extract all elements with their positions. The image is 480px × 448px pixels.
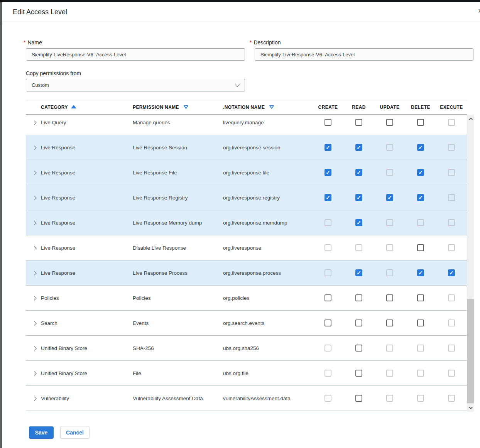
table-row[interactable]: Unified Binary Store SHA-256 ubs.org.sha… — [26, 336, 467, 361]
page-top-edge — [0, 0, 480, 2]
row-expand-icon[interactable] — [32, 371, 36, 375]
checkbox-create[interactable]: ✓ — [325, 194, 331, 201]
description-field[interactable] — [255, 48, 473, 61]
column-header-notation-name[interactable]: .NOTATION NAME — [223, 105, 313, 110]
name-required-marker: * — [24, 39, 25, 46]
checkbox-execute[interactable]: ✓ — [448, 269, 455, 276]
column-header-update: UPDATE — [374, 105, 405, 110]
checkbox-delete[interactable] — [417, 244, 424, 251]
row-expand-icon[interactable] — [32, 296, 36, 300]
checkbox-update — [386, 219, 393, 226]
table-row[interactable]: Live Response Live Response File org.liv… — [26, 160, 467, 185]
row-expand-icon[interactable] — [32, 271, 36, 275]
checkbox-update — [386, 244, 393, 251]
row-expand-icon[interactable] — [32, 246, 36, 250]
checkbox-delete[interactable]: ✓ — [417, 194, 424, 201]
checkbox-read[interactable] — [355, 294, 362, 301]
row-expand-icon[interactable] — [32, 396, 36, 401]
checkbox-execute — [448, 370, 455, 377]
row-expand-icon[interactable] — [32, 171, 36, 175]
checkbox-execute — [448, 119, 455, 126]
checkbox-create[interactable] — [325, 294, 331, 301]
row-permission: Events — [133, 320, 223, 326]
row-notation: org.policies — [223, 295, 313, 301]
table-scrollbar[interactable] — [467, 115, 474, 412]
checkbox-read[interactable] — [355, 395, 362, 402]
checkbox-read[interactable] — [355, 320, 362, 326]
checkbox-delete[interactable] — [417, 119, 424, 126]
checkbox-delete[interactable] — [417, 294, 424, 301]
row-notation: vulnerabilityAssessment.data — [223, 396, 313, 401]
checkbox-read[interactable]: ✓ — [355, 219, 362, 226]
table-row[interactable]: Live Response Live Response Process org.… — [26, 260, 467, 286]
checkbox-update[interactable] — [386, 320, 393, 326]
table-row[interactable]: Live Response Disable Live Response org.… — [26, 235, 467, 260]
checkbox-read[interactable]: ✓ — [355, 269, 362, 276]
checkbox-read[interactable] — [355, 345, 362, 352]
row-expand-icon[interactable] — [32, 346, 36, 350]
checkbox-execute — [448, 244, 455, 251]
table-row[interactable]: Live Response Live Response Session org.… — [26, 135, 467, 160]
edit-access-level-dialog: Edit Access Level × *Name *Description C… — [2, 2, 480, 448]
row-expand-icon[interactable] — [32, 221, 36, 225]
checkbox-create[interactable] — [325, 320, 331, 326]
row-notation: org.liveresponse — [223, 245, 313, 251]
scroll-up-icon[interactable] — [467, 115, 474, 122]
row-category: Live Response — [41, 145, 133, 150]
dialog-header: Edit Access Level × — [2, 2, 480, 22]
dialog-title: Edit Access Level — [13, 8, 67, 16]
name-field[interactable] — [26, 48, 245, 61]
column-header-category[interactable]: CATEGORY — [41, 105, 133, 110]
checkbox-delete[interactable] — [417, 320, 424, 326]
row-expand-icon[interactable] — [32, 145, 36, 150]
row-permission: Manage queries — [133, 120, 223, 125]
row-expand-icon[interactable] — [32, 196, 36, 200]
checkbox-execute — [448, 169, 455, 176]
checkbox-read[interactable]: ✓ — [355, 194, 362, 201]
copy-permissions-select[interactable]: Custom — [26, 79, 245, 91]
row-notation: org.liveresponse.process — [223, 270, 313, 276]
checkbox-read[interactable]: ✓ — [355, 169, 362, 176]
checkbox-update[interactable] — [386, 294, 393, 301]
row-notation: ubs.org.file — [223, 370, 313, 376]
checkbox-create[interactable]: ✓ — [325, 169, 331, 176]
checkbox-update[interactable]: ✓ — [386, 194, 393, 201]
checkbox-delete — [417, 395, 424, 402]
row-notation: ubs.org.sha256 — [223, 345, 313, 351]
checkbox-delete — [417, 345, 424, 352]
checkbox-create — [325, 370, 331, 377]
save-button[interactable]: Save — [29, 426, 54, 439]
table-row[interactable]: Search Events org.search.events — [26, 311, 467, 336]
row-notation: org.liveresponse.session — [223, 145, 313, 150]
page-left-edge — [0, 0, 2, 448]
close-icon[interactable]: × — [478, 7, 480, 15]
scroll-down-icon[interactable] — [467, 405, 474, 411]
checkbox-read[interactable]: ✓ — [355, 144, 362, 151]
table-row[interactable]: Policies Policies org.policies — [26, 286, 467, 311]
name-label: *Name — [24, 39, 42, 46]
copy-permissions-value: Custom — [32, 82, 49, 88]
checkbox-delete[interactable]: ✓ — [417, 144, 424, 151]
row-expand-icon[interactable] — [32, 321, 36, 325]
column-header-permission-name[interactable]: PERMISSION NAME — [133, 105, 223, 110]
row-notation: org.liveresponse.registry — [223, 195, 313, 201]
row-permission: Vulnerability Assessment Data — [133, 396, 223, 401]
table-row[interactable]: Unified Binary Store File ubs.org.file — [26, 361, 467, 386]
scrollbar-thumb[interactable] — [467, 299, 474, 403]
checkbox-update[interactable] — [386, 119, 393, 126]
checkbox-update — [386, 144, 393, 151]
checkbox-delete[interactable]: ✓ — [417, 169, 424, 176]
table-row[interactable]: Live Response Live Response Memory dump … — [26, 210, 467, 235]
checkbox-execute — [448, 194, 455, 201]
cancel-button[interactable]: Cancel — [60, 426, 90, 439]
checkbox-create[interactable]: ✓ — [325, 144, 331, 151]
checkbox-read[interactable] — [355, 119, 362, 126]
row-expand-icon[interactable] — [32, 120, 36, 125]
checkbox-create[interactable] — [325, 119, 331, 126]
table-row[interactable]: Live Query Manage queries livequery.mana… — [26, 115, 467, 135]
checkbox-read[interactable] — [355, 370, 362, 377]
table-row[interactable]: Live Response Live Response Registry org… — [26, 185, 467, 210]
table-row[interactable]: Vulnerability Vulnerability Assessment D… — [26, 386, 467, 411]
checkbox-delete[interactable]: ✓ — [417, 269, 424, 276]
description-label: *Description — [250, 39, 281, 46]
